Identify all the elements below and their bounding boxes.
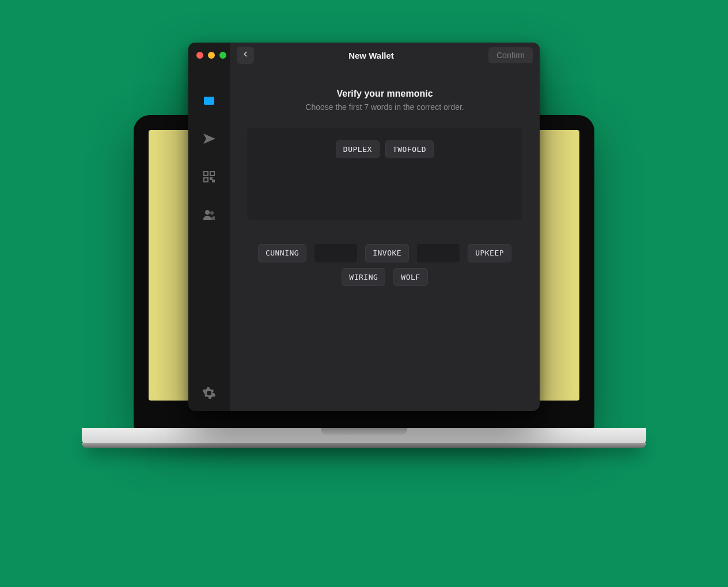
pool-word-chip[interactable]: UPKEEP [468, 244, 511, 262]
laptop-notch [321, 428, 407, 435]
svg-rect-5 [210, 178, 212, 180]
content: Verify your mnemonic Choose the first 7 … [230, 68, 540, 298]
titlebar: New Wallet Confirm [230, 43, 540, 68]
minimize-window-button[interactable] [208, 52, 215, 59]
pool-word-chip[interactable]: CUNNING [258, 244, 306, 262]
sidebar-item-wallet[interactable] [202, 93, 217, 108]
app-window: New Wallet Confirm Verify your mnemonic … [188, 43, 540, 411]
svg-rect-3 [210, 171, 214, 176]
svg-point-8 [210, 211, 214, 215]
sidebar-item-receive[interactable] [202, 169, 217, 184]
gear-icon [202, 386, 216, 400]
contacts-icon [202, 208, 216, 222]
chevron-left-icon [241, 50, 249, 60]
wallet-icon [202, 94, 216, 108]
send-icon [202, 132, 216, 146]
sidebar [188, 43, 230, 411]
chosen-word-chip[interactable]: TWOFOLD [385, 140, 434, 158]
page-title: New Wallet [260, 51, 483, 60]
back-button[interactable] [237, 47, 254, 64]
svg-rect-1 [204, 97, 214, 99]
empty-word-slot [314, 244, 357, 262]
pool-word-chip[interactable]: INVOKE [365, 244, 409, 262]
word-pool: CUNNINGINVOKEUPKEEPWIRINGWOLF [247, 244, 522, 286]
svg-rect-4 [204, 178, 208, 182]
qr-icon [202, 170, 216, 184]
chosen-words-box: DUPLEXTWOFOLD [247, 128, 522, 220]
laptop-base [82, 428, 646, 447]
empty-word-slot [417, 244, 460, 262]
svg-rect-2 [204, 171, 208, 176]
pool-word-chip[interactable]: WOLF [393, 268, 427, 286]
pool-word-chip[interactable]: WIRING [342, 268, 385, 286]
sidebar-nav [202, 93, 217, 386]
svg-point-7 [205, 210, 210, 215]
svg-rect-6 [213, 180, 214, 182]
zoom-window-button[interactable] [219, 52, 226, 59]
sidebar-item-send[interactable] [202, 131, 217, 146]
close-window-button[interactable] [196, 52, 203, 59]
confirm-button[interactable]: Confirm [488, 47, 533, 63]
window-controls [188, 48, 226, 66]
main-pane: New Wallet Confirm Verify your mnemonic … [230, 43, 540, 411]
chosen-word-chip[interactable]: DUPLEX [336, 140, 380, 158]
sidebar-item-contacts[interactable] [202, 207, 217, 222]
verify-heading: Verify your mnemonic [336, 89, 433, 99]
verify-subheading: Choose the first 7 words in the correct … [305, 102, 464, 112]
sidebar-item-settings[interactable] [202, 386, 217, 401]
